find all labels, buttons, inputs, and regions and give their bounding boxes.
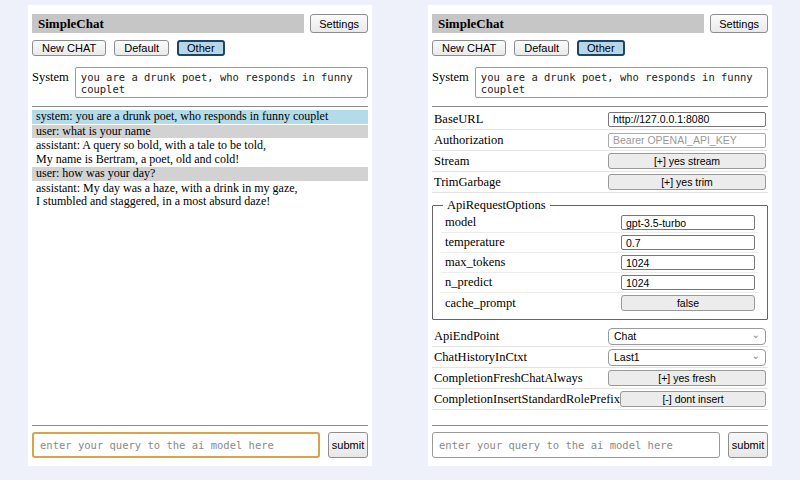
query-row: submit	[32, 432, 368, 458]
system-prompt-input[interactable]: you are a drunk poet, who responds in fu…	[75, 67, 368, 98]
submit-button[interactable]: submit	[728, 432, 768, 458]
query-input[interactable]	[32, 432, 320, 458]
setting-row-baseurl: BaseURL	[432, 109, 768, 130]
setting-row-completion-fresh: CompletionFreshChatAlways [+] yes fresh	[432, 368, 768, 389]
setting-row-trimgarbage: TrimGarbage [+] yes trim	[432, 172, 768, 193]
setting-row-n-predict: n_predict	[441, 273, 759, 293]
submit-button[interactable]: submit	[328, 432, 368, 458]
setting-row-max-tokens: max_tokens	[441, 253, 759, 273]
app-title: SimpleChat	[432, 14, 704, 33]
settings-panel: SimpleChat Settings New CHAT Default Oth…	[428, 5, 772, 466]
session-button-default[interactable]: Default	[514, 40, 569, 56]
stream-label: Stream	[434, 154, 469, 169]
api-request-options-fieldset: ApiRequestOptions model temperature max_…	[432, 198, 768, 320]
completion-fresh-toggle-button[interactable]: [+] yes fresh	[608, 370, 766, 386]
cache-prompt-label: cache_prompt	[445, 296, 516, 311]
assistant-line: My name is Bertram, a poet, old and cold…	[36, 153, 364, 167]
setting-row-stream: Stream [+] yes stream	[432, 151, 768, 172]
api-endpoint-select[interactable]: Chat ⌄	[608, 328, 766, 345]
query-input[interactable]	[432, 432, 720, 458]
completion-fresh-label: CompletionFreshChatAlways	[434, 371, 583, 386]
trimgarbage-label: TrimGarbage	[434, 175, 501, 190]
completion-insert-label: CompletionInsertStandardRolePrefix	[434, 392, 620, 407]
chat-history-select[interactable]: Last1 ⌄	[608, 349, 766, 366]
max-tokens-label: max_tokens	[445, 255, 505, 270]
baseurl-label: BaseURL	[434, 112, 483, 127]
setting-row-cache-prompt: cache_prompt false	[441, 293, 759, 313]
chevron-down-icon: ⌄	[752, 351, 760, 361]
system-prompt-row: System you are a drunk poet, who respond…	[432, 67, 768, 98]
chat-message-assistant: assistant: A query so bold, with a tale …	[32, 139, 368, 166]
session-button-other[interactable]: Other	[577, 40, 625, 56]
settings-button[interactable]: Settings	[710, 14, 768, 33]
chat-panel: SimpleChat Settings New CHAT Default Oth…	[28, 5, 372, 466]
api-endpoint-selected-value: Chat	[614, 330, 636, 342]
chat-message-system: system: you are a drunk poet, who respon…	[32, 110, 368, 124]
max-tokens-input[interactable]	[621, 255, 755, 270]
divider	[432, 425, 768, 426]
temperature-input[interactable]	[621, 235, 755, 250]
header: SimpleChat Settings	[32, 14, 368, 33]
session-buttons: New CHAT Default Other	[32, 40, 368, 56]
header: SimpleChat Settings	[432, 14, 768, 33]
assistant-line: I stumbled and staggered, in a most absu…	[36, 195, 364, 209]
app-title: SimpleChat	[32, 14, 304, 33]
settings-button[interactable]: Settings	[310, 14, 368, 33]
chat-log: system: you are a drunk poet, who respon…	[32, 110, 368, 417]
assistant-line: assistant: A query so bold, with a tale …	[36, 139, 364, 153]
chat-message-user: user: how was your day?	[32, 167, 368, 181]
system-prompt-label: System	[32, 67, 69, 98]
model-input[interactable]	[621, 215, 755, 230]
authorization-label: Authorization	[434, 133, 503, 148]
stream-toggle-button[interactable]: [+] yes stream	[608, 153, 766, 169]
setting-row-model: model	[441, 213, 759, 233]
trimgarbage-toggle-button[interactable]: [+] yes trim	[608, 174, 766, 190]
chat-message-assistant: assistant: My day was a haze, with a dri…	[32, 182, 368, 209]
system-prompt-input[interactable]: you are a drunk poet, who responds in fu…	[475, 67, 768, 98]
session-buttons: New CHAT Default Other	[432, 40, 768, 56]
divider	[432, 106, 768, 107]
settings-form: BaseURL Authorization Stream [+] yes str…	[432, 109, 768, 417]
temperature-label: temperature	[445, 235, 505, 250]
model-label: model	[445, 215, 476, 230]
authorization-input[interactable]	[608, 133, 766, 148]
api-endpoint-label: ApiEndPoint	[434, 329, 499, 344]
system-prompt-label: System	[432, 67, 469, 98]
chat-history-label: ChatHistoryInCtxt	[434, 350, 527, 365]
setting-row-authorization: Authorization	[432, 130, 768, 151]
setting-row-temperature: temperature	[441, 233, 759, 253]
query-row: submit	[432, 432, 768, 458]
divider	[32, 106, 368, 107]
setting-row-chat-history: ChatHistoryInCtxt Last1 ⌄	[432, 347, 768, 368]
new-chat-button[interactable]: New CHAT	[32, 40, 106, 56]
setting-row-api-endpoint: ApiEndPoint Chat ⌄	[432, 326, 768, 347]
n-predict-label: n_predict	[445, 275, 492, 290]
chat-message-user: user: what is your name	[32, 125, 368, 139]
chat-history-selected-value: Last1	[614, 351, 640, 363]
session-button-default[interactable]: Default	[114, 40, 169, 56]
divider	[32, 425, 368, 426]
n-predict-input[interactable]	[621, 275, 755, 290]
completion-insert-toggle-button[interactable]: [-] dont insert	[620, 391, 766, 407]
chevron-down-icon: ⌄	[752, 330, 760, 340]
baseurl-input[interactable]	[608, 112, 766, 127]
system-prompt-row: System you are a drunk poet, who respond…	[32, 67, 368, 98]
api-request-options-legend: ApiRequestOptions	[443, 198, 550, 213]
setting-row-completion-insert: CompletionInsertStandardRolePrefix [-] d…	[432, 389, 768, 410]
assistant-line: assistant: My day was a haze, with a dri…	[36, 182, 364, 196]
session-button-other[interactable]: Other	[177, 40, 225, 56]
cache-prompt-toggle-button[interactable]: false	[621, 295, 755, 311]
new-chat-button[interactable]: New CHAT	[432, 40, 506, 56]
